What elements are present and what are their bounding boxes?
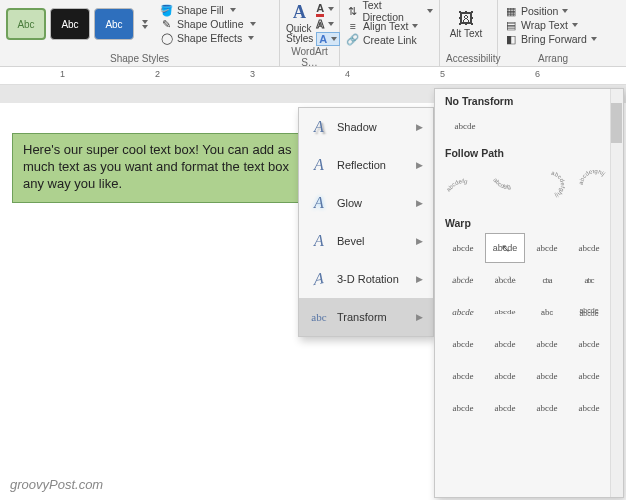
wrap-text-button[interactable]: ▤Wrap Text	[504, 18, 602, 31]
warp-option[interactable]: abcde	[527, 393, 567, 423]
section-follow-path: Follow Path	[435, 141, 623, 163]
bevel-icon: A	[309, 232, 329, 250]
follow-path-arch-down[interactable]: abcdefg	[487, 167, 527, 203]
follow-path-arch-up[interactable]: abcdefg	[443, 167, 483, 203]
no-transform-option[interactable]: abcde	[445, 111, 485, 141]
group-label-text	[346, 64, 433, 66]
ribbon: Abc Abc Abc 🪣Shape Fill ✎Shape Outline ◯…	[0, 0, 626, 67]
text-effects-icon: A	[319, 33, 327, 45]
warp-option[interactable]: abcde	[485, 393, 525, 423]
shape-style-gallery-more[interactable]	[138, 20, 152, 29]
menu-item-bevel[interactable]: ABevel▶	[299, 222, 433, 260]
warp-option[interactable]: abcde	[441, 265, 485, 295]
bucket-icon: 🪣	[160, 4, 173, 17]
text-fill-icon: A	[316, 2, 324, 17]
warp-option[interactable]: abc	[569, 265, 609, 295]
link-icon: 🔗	[346, 33, 359, 46]
menu-item-reflection[interactable]: AReflection▶	[299, 146, 433, 184]
group-wordart-styles: A Quick Styles A A A WordArt S…	[280, 0, 340, 66]
group-accessibility: 🖼 Alt Text Accessibility	[440, 0, 498, 66]
warp-option[interactable]: abcde	[569, 329, 609, 359]
group-label-accessibility: Accessibility	[446, 53, 491, 66]
shape-fill-button[interactable]: 🪣Shape Fill	[160, 3, 256, 17]
menu-item-shadow[interactable]: AShadow▶	[299, 108, 433, 146]
text-fill-button[interactable]: A	[316, 2, 340, 16]
warp-option[interactable]: abcde	[443, 393, 483, 423]
shape-style-preview-2[interactable]: Abc	[50, 8, 90, 40]
bring-forward-button[interactable]: ◧Bring Forward	[504, 33, 602, 46]
menu-item-transform[interactable]: abcTransform▶	[299, 298, 433, 336]
text-direction-button[interactable]: ⇅Text Direction	[346, 4, 433, 18]
position-button[interactable]: ▦Position	[504, 4, 602, 17]
svg-text:abcdefg: abcdefg	[445, 178, 468, 193]
warp-option[interactable]: abcde	[485, 361, 525, 391]
group-arrange: ▦Position ▤Wrap Text ◧Bring Forward Arra…	[498, 0, 608, 66]
align-text-icon: ≡	[346, 19, 359, 32]
chevron-right-icon: ▶	[416, 122, 423, 132]
shadow-icon: A	[309, 118, 329, 136]
menu-item-glow[interactable]: AGlow▶	[299, 184, 433, 222]
warp-option[interactable]: abcde	[527, 233, 567, 263]
svg-text:abcdefg: abcdefg	[492, 177, 511, 190]
warp-option[interactable]: abc	[527, 297, 567, 327]
rotation-icon: A	[309, 268, 329, 290]
warp-option[interactable]: abcde	[569, 361, 609, 391]
warp-option[interactable]: abcde	[443, 361, 483, 391]
alt-text-button[interactable]: 🖼 Alt Text	[446, 2, 486, 46]
quick-styles-icon: A	[293, 2, 306, 23]
horizontal-ruler: 1 2 3 4 5 6	[0, 67, 626, 85]
group-label-arrange: Arrang	[504, 53, 602, 66]
warp-option-selected[interactable]: abcde↖	[485, 233, 525, 263]
shape-style-preview-3[interactable]: Abc	[94, 8, 134, 40]
glow-icon: A	[309, 194, 329, 212]
wrap-icon: ▤	[504, 18, 517, 31]
shape-style-preview-1[interactable]: Abc	[6, 8, 46, 40]
chevron-right-icon: ▶	[416, 274, 423, 284]
warp-option[interactable]: abcde	[483, 265, 527, 295]
pencil-icon: ✎	[160, 18, 173, 31]
svg-text:abcdefghij: abcdefghij	[551, 170, 566, 199]
reflection-icon: A	[309, 156, 329, 174]
text-outline-button[interactable]: A	[316, 17, 340, 31]
text-direction-icon: ⇅	[346, 5, 358, 18]
watermark: groovyPost.com	[10, 477, 103, 492]
text-outline-icon: A	[316, 18, 324, 30]
chevron-right-icon: ▶	[416, 312, 423, 322]
warp-option[interactable]: abcde	[443, 297, 483, 327]
shape-outline-button[interactable]: ✎Shape Outline	[160, 17, 256, 31]
follow-path-button[interactable]: abcdefghij	[575, 167, 615, 203]
warp-option[interactable]: abcde	[485, 302, 525, 323]
text-effects-button[interactable]: A	[316, 32, 340, 46]
alt-text-icon: 🖼	[458, 10, 474, 28]
text-box[interactable]: Here's our super cool text box! You can …	[12, 133, 312, 203]
warp-option[interactable]: abcde	[485, 329, 525, 359]
warp-option[interactable]: abcde	[443, 329, 483, 359]
warp-option[interactable]: abcde	[569, 393, 609, 423]
scrollbar[interactable]	[610, 89, 623, 497]
menu-item-3d-rotation[interactable]: A3-D Rotation▶	[299, 260, 433, 298]
section-no-transform: No Transform	[435, 89, 623, 111]
chevron-right-icon: ▶	[416, 198, 423, 208]
chevron-right-icon: ▶	[416, 160, 423, 170]
scrollbar-thumb[interactable]	[611, 103, 622, 143]
bring-forward-icon: ◧	[504, 33, 517, 46]
follow-path-circle[interactable]: abcdefghij	[531, 167, 571, 203]
warp-option[interactable]: abcde	[569, 233, 609, 263]
transform-submenu: No Transform abcde Follow Path abcdefg a…	[434, 88, 624, 498]
warp-option[interactable]: cba	[527, 265, 567, 295]
group-text: ⇅Text Direction ≡Align Text 🔗Create Link	[340, 0, 440, 66]
warp-option[interactable]: abcde	[527, 361, 567, 391]
warp-grid: abcde abcde↖ abcde abcde abcde abcde cba…	[435, 233, 623, 431]
quick-styles-button[interactable]: A Quick Styles	[286, 2, 313, 44]
create-link-button[interactable]: 🔗Create Link	[346, 33, 433, 46]
warp-option[interactable]: abcde	[527, 329, 567, 359]
shape-effects-button[interactable]: ◯Shape Effects	[160, 31, 256, 45]
chevron-right-icon: ▶	[416, 236, 423, 246]
effects-icon: ◯	[160, 32, 173, 45]
position-icon: ▦	[504, 4, 517, 17]
warp-option[interactable]: abcde	[443, 233, 483, 263]
svg-text:abcdefghij: abcdefghij	[578, 170, 606, 185]
section-warp: Warp	[435, 211, 623, 233]
align-text-button[interactable]: ≡Align Text	[346, 19, 433, 32]
warp-option[interactable]: abcdeabcde	[569, 297, 609, 327]
